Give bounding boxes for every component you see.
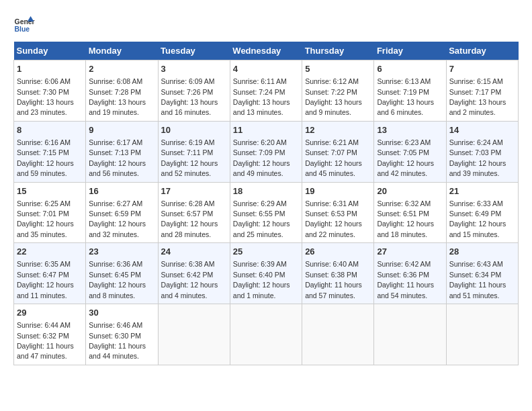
day-number: 26 bbox=[305, 246, 371, 258]
day-info: Sunrise: 6:13 AM Sunset: 7:19 PM Dayligh… bbox=[377, 77, 434, 116]
calendar-cell bbox=[446, 304, 518, 365]
day-number: 25 bbox=[233, 246, 299, 258]
calendar-cell: 15Sunrise: 6:25 AM Sunset: 7:01 PM Dayli… bbox=[14, 182, 86, 243]
calendar-cell: 9Sunrise: 6:17 AM Sunset: 7:13 PM Daylig… bbox=[86, 121, 158, 182]
day-info: Sunrise: 6:35 AM Sunset: 6:47 PM Dayligh… bbox=[17, 260, 74, 299]
calendar-cell: 4Sunrise: 6:11 AM Sunset: 7:24 PM Daylig… bbox=[230, 60, 302, 122]
day-number: 3 bbox=[161, 63, 227, 75]
day-info: Sunrise: 6:19 AM Sunset: 7:11 PM Dayligh… bbox=[161, 138, 218, 177]
day-number: 12 bbox=[305, 124, 371, 136]
calendar-cell bbox=[158, 304, 230, 365]
day-info: Sunrise: 6:20 AM Sunset: 7:09 PM Dayligh… bbox=[233, 138, 290, 177]
calendar-cell: 21Sunrise: 6:33 AM Sunset: 6:49 PM Dayli… bbox=[446, 182, 518, 243]
calendar-cell: 24Sunrise: 6:38 AM Sunset: 6:42 PM Dayli… bbox=[158, 243, 230, 304]
calendar-cell: 16Sunrise: 6:27 AM Sunset: 6:59 PM Dayli… bbox=[86, 182, 158, 243]
day-number: 6 bbox=[377, 63, 443, 75]
calendar-cell: 7Sunrise: 6:15 AM Sunset: 7:17 PM Daylig… bbox=[446, 60, 518, 122]
day-info: Sunrise: 6:17 AM Sunset: 7:13 PM Dayligh… bbox=[89, 138, 146, 177]
weekday-header-saturday: Saturday bbox=[446, 42, 518, 60]
day-info: Sunrise: 6:40 AM Sunset: 6:38 PM Dayligh… bbox=[305, 260, 362, 299]
day-info: Sunrise: 6:16 AM Sunset: 7:15 PM Dayligh… bbox=[17, 138, 74, 177]
day-number: 24 bbox=[161, 246, 227, 258]
day-info: Sunrise: 6:31 AM Sunset: 6:53 PM Dayligh… bbox=[305, 199, 362, 238]
day-number: 18 bbox=[233, 185, 299, 197]
day-number: 19 bbox=[305, 185, 371, 197]
day-info: Sunrise: 6:11 AM Sunset: 7:24 PM Dayligh… bbox=[233, 77, 290, 116]
day-number: 2 bbox=[89, 63, 154, 75]
day-number: 9 bbox=[89, 124, 154, 136]
day-number: 5 bbox=[305, 63, 371, 75]
day-info: Sunrise: 6:32 AM Sunset: 6:51 PM Dayligh… bbox=[377, 199, 434, 238]
day-info: Sunrise: 6:23 AM Sunset: 7:05 PM Dayligh… bbox=[377, 138, 434, 177]
day-info: Sunrise: 6:44 AM Sunset: 6:32 PM Dayligh… bbox=[17, 321, 74, 360]
calendar-table: SundayMondayTuesdayWednesdayThursdayFrid… bbox=[13, 42, 519, 365]
day-number: 11 bbox=[233, 124, 299, 136]
day-info: Sunrise: 6:15 AM Sunset: 7:17 PM Dayligh… bbox=[449, 77, 506, 116]
calendar-week-2: 8Sunrise: 6:16 AM Sunset: 7:15 PM Daylig… bbox=[14, 121, 519, 182]
calendar-cell: 5Sunrise: 6:12 AM Sunset: 7:22 PM Daylig… bbox=[302, 60, 374, 122]
day-number: 7 bbox=[449, 63, 515, 75]
day-info: Sunrise: 6:27 AM Sunset: 6:59 PM Dayligh… bbox=[89, 199, 146, 238]
day-number: 16 bbox=[89, 185, 154, 197]
day-info: Sunrise: 6:46 AM Sunset: 6:30 PM Dayligh… bbox=[89, 321, 146, 360]
logo-icon: General Blue bbox=[13, 13, 35, 35]
day-info: Sunrise: 6:25 AM Sunset: 7:01 PM Dayligh… bbox=[17, 199, 74, 238]
calendar-cell: 11Sunrise: 6:20 AM Sunset: 7:09 PM Dayli… bbox=[230, 121, 302, 182]
weekday-header-row: SundayMondayTuesdayWednesdayThursdayFrid… bbox=[14, 42, 519, 60]
calendar-cell: 1Sunrise: 6:06 AM Sunset: 7:30 PM Daylig… bbox=[14, 60, 86, 122]
calendar-cell: 18Sunrise: 6:29 AM Sunset: 6:55 PM Dayli… bbox=[230, 182, 302, 243]
calendar-cell: 22Sunrise: 6:35 AM Sunset: 6:47 PM Dayli… bbox=[14, 243, 86, 304]
day-info: Sunrise: 6:08 AM Sunset: 7:28 PM Dayligh… bbox=[89, 77, 146, 116]
day-info: Sunrise: 6:06 AM Sunset: 7:30 PM Dayligh… bbox=[17, 77, 74, 116]
calendar-cell: 17Sunrise: 6:28 AM Sunset: 6:57 PM Dayli… bbox=[158, 182, 230, 243]
day-info: Sunrise: 6:21 AM Sunset: 7:07 PM Dayligh… bbox=[305, 138, 362, 177]
day-info: Sunrise: 6:39 AM Sunset: 6:40 PM Dayligh… bbox=[233, 260, 290, 299]
calendar-cell: 26Sunrise: 6:40 AM Sunset: 6:38 PM Dayli… bbox=[302, 243, 374, 304]
day-number: 21 bbox=[449, 185, 515, 197]
day-number: 15 bbox=[17, 185, 83, 197]
calendar-week-1: 1Sunrise: 6:06 AM Sunset: 7:30 PM Daylig… bbox=[14, 60, 519, 122]
day-info: Sunrise: 6:28 AM Sunset: 6:57 PM Dayligh… bbox=[161, 199, 218, 238]
day-number: 28 bbox=[449, 246, 515, 258]
day-info: Sunrise: 6:42 AM Sunset: 6:36 PM Dayligh… bbox=[377, 260, 434, 299]
day-number: 10 bbox=[161, 124, 227, 136]
calendar-cell: 2Sunrise: 6:08 AM Sunset: 7:28 PM Daylig… bbox=[86, 60, 158, 122]
weekday-header-sunday: Sunday bbox=[14, 42, 86, 60]
calendar-cell: 3Sunrise: 6:09 AM Sunset: 7:26 PM Daylig… bbox=[158, 60, 230, 122]
weekday-header-monday: Monday bbox=[86, 42, 158, 60]
weekday-header-tuesday: Tuesday bbox=[158, 42, 230, 60]
day-number: 17 bbox=[161, 185, 227, 197]
svg-text:Blue: Blue bbox=[15, 26, 30, 33]
day-number: 22 bbox=[17, 246, 83, 258]
calendar-cell: 29Sunrise: 6:44 AM Sunset: 6:32 PM Dayli… bbox=[14, 304, 86, 365]
calendar-cell: 27Sunrise: 6:42 AM Sunset: 6:36 PM Dayli… bbox=[374, 243, 446, 304]
day-info: Sunrise: 6:43 AM Sunset: 6:34 PM Dayligh… bbox=[449, 260, 506, 299]
calendar-cell bbox=[230, 304, 302, 365]
calendar-cell bbox=[374, 304, 446, 365]
calendar-cell: 10Sunrise: 6:19 AM Sunset: 7:11 PM Dayli… bbox=[158, 121, 230, 182]
weekday-header-wednesday: Wednesday bbox=[230, 42, 302, 60]
calendar-cell: 8Sunrise: 6:16 AM Sunset: 7:15 PM Daylig… bbox=[14, 121, 86, 182]
calendar-cell: 23Sunrise: 6:36 AM Sunset: 6:45 PM Dayli… bbox=[86, 243, 158, 304]
day-number: 30 bbox=[89, 307, 154, 319]
day-number: 14 bbox=[449, 124, 515, 136]
calendar-cell: 12Sunrise: 6:21 AM Sunset: 7:07 PM Dayli… bbox=[302, 121, 374, 182]
day-info: Sunrise: 6:12 AM Sunset: 7:22 PM Dayligh… bbox=[305, 77, 362, 116]
day-info: Sunrise: 6:09 AM Sunset: 7:26 PM Dayligh… bbox=[161, 77, 218, 116]
day-number: 23 bbox=[89, 246, 154, 258]
day-number: 13 bbox=[377, 124, 443, 136]
calendar-cell bbox=[302, 304, 374, 365]
day-number: 27 bbox=[377, 246, 443, 258]
day-number: 4 bbox=[233, 63, 299, 75]
day-info: Sunrise: 6:29 AM Sunset: 6:55 PM Dayligh… bbox=[233, 199, 290, 238]
calendar-cell: 14Sunrise: 6:24 AM Sunset: 7:03 PM Dayli… bbox=[446, 121, 518, 182]
weekday-header-thursday: Thursday bbox=[302, 42, 374, 60]
calendar-cell: 28Sunrise: 6:43 AM Sunset: 6:34 PM Dayli… bbox=[446, 243, 518, 304]
logo: General Blue bbox=[13, 13, 35, 35]
day-number: 20 bbox=[377, 185, 443, 197]
day-number: 1 bbox=[17, 63, 83, 75]
weekday-header-friday: Friday bbox=[374, 42, 446, 60]
calendar-week-3: 15Sunrise: 6:25 AM Sunset: 7:01 PM Dayli… bbox=[14, 182, 519, 243]
calendar-week-4: 22Sunrise: 6:35 AM Sunset: 6:47 PM Dayli… bbox=[14, 243, 519, 304]
calendar-cell: 13Sunrise: 6:23 AM Sunset: 7:05 PM Dayli… bbox=[374, 121, 446, 182]
